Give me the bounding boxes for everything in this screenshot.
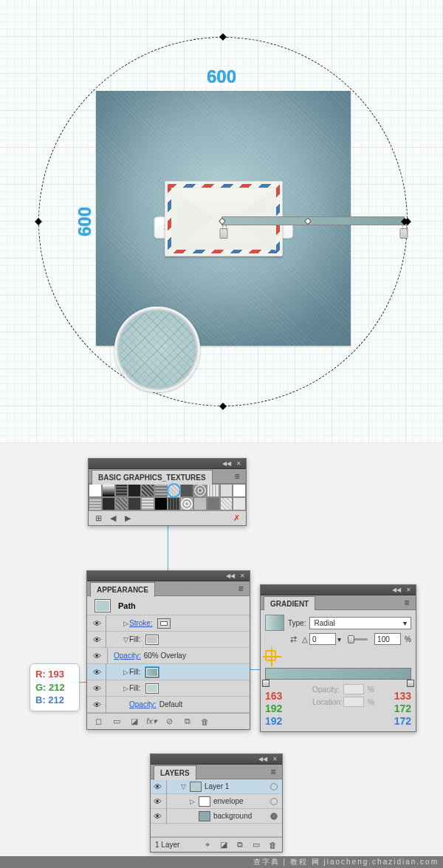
stroke-swatch[interactable]: [157, 618, 171, 629]
make-clip-icon[interactable]: ◪: [219, 840, 229, 850]
stroke-row[interactable]: 👁 . ▷ Stroke:: [87, 615, 250, 632]
swatch[interactable]: [89, 484, 102, 497]
panel-tabstrip[interactable]: ◀◀ ✕: [89, 459, 246, 469]
swatch[interactable]: [154, 484, 168, 497]
panel-title[interactable]: GRADIENT: [264, 596, 315, 611]
clear-icon[interactable]: ⊘: [164, 717, 175, 726]
swatch[interactable]: [180, 497, 193, 510]
target-icon-active[interactable]: [270, 813, 278, 820]
trash-icon[interactable]: 🗑: [199, 717, 210, 726]
panel-tabstrip[interactable]: ◀◀ ✕: [151, 754, 282, 765]
layer-name[interactable]: background: [213, 812, 252, 820]
collapse-icon[interactable]: ◀◀: [222, 461, 230, 466]
next-icon[interactable]: ▶: [123, 513, 133, 523]
layer-row[interactable]: 👁 ▷ envelope: [151, 794, 282, 809]
gradient-ramp[interactable]: [265, 668, 411, 680]
new-sublayer-icon[interactable]: ⧉: [235, 840, 245, 850]
swatch[interactable]: [233, 484, 246, 497]
stroke-label[interactable]: Stroke:: [129, 619, 153, 627]
gradient-stop[interactable]: [262, 680, 269, 687]
fill-swatch-gradient[interactable]: [145, 667, 159, 677]
visibility-icon[interactable]: 👁: [90, 635, 103, 644]
fill-row-selected[interactable]: 👁 . ▷ Fill:: [87, 664, 250, 680]
visibility-icon[interactable]: 👁: [90, 668, 103, 677]
panel-title[interactable]: APPEARANCE: [90, 582, 155, 597]
visibility-icon[interactable]: 👁: [90, 619, 103, 628]
gradient-panel[interactable]: ◀◀ ✕ GRADIENT ≡ Type: Radial ▾ ⇄ △ 0: [260, 584, 416, 732]
swatch[interactable]: [180, 484, 193, 497]
panel-title[interactable]: LAYERS: [154, 765, 196, 780]
origin-icon[interactable]: [265, 650, 276, 661]
swatch[interactable]: [89, 497, 102, 510]
layers-panel[interactable]: ◀◀ ✕ LAYERS ≡ 👁 ▽ Layer 1 👁 ▷ envelope 👁: [150, 753, 283, 852]
collapse-icon[interactable]: ◀◀: [258, 756, 267, 762]
expand-icon[interactable]: ▷: [122, 669, 129, 676]
locate-icon[interactable]: ⌖: [202, 840, 213, 850]
angle-field[interactable]: △ 0 ▾: [302, 633, 341, 645]
panel-tabstrip[interactable]: ◀◀ ✕: [261, 585, 416, 595]
chevron-down-icon[interactable]: ▾: [337, 635, 341, 643]
close-icon[interactable]: ✕: [405, 587, 413, 592]
collapse-icon[interactable]: ▽: [122, 636, 129, 643]
grid-icon[interactable]: ⊞: [93, 513, 103, 523]
new-art-icon[interactable]: ◻: [93, 717, 104, 726]
expand-icon[interactable]: ▷: [122, 685, 129, 692]
gradient-preview[interactable]: [265, 615, 284, 631]
slider-knob[interactable]: [348, 635, 354, 643]
swatch[interactable]: [141, 484, 154, 497]
gradient-mid-handle[interactable]: [304, 218, 312, 225]
fill-swatch[interactable]: [145, 635, 159, 645]
swatch-grid[interactable]: [89, 484, 246, 510]
visibility-icon[interactable]: 👁: [90, 652, 103, 660]
layer-name[interactable]: envelope: [213, 797, 244, 805]
layer-name[interactable]: Layer 1: [205, 782, 229, 790]
aspect-slider[interactable]: [348, 638, 368, 640]
swatch[interactable]: [102, 497, 115, 510]
swatch[interactable]: [220, 484, 233, 497]
fill-row[interactable]: 👁 . ▽ Fill:: [87, 632, 250, 648]
swatch[interactable]: [115, 497, 128, 510]
opacity-row[interactable]: 👁 . Opacity: Default: [87, 697, 250, 713]
panel-title[interactable]: BASIC GRAPHICS_TEXTURES: [92, 470, 213, 485]
swatch-selected[interactable]: [168, 484, 181, 497]
delete-icon[interactable]: ✗: [231, 513, 241, 523]
swatches-panel[interactable]: ◀◀ ✕ BASIC GRAPHICS_TEXTURES ≡: [88, 458, 247, 526]
fill-swatch[interactable]: [145, 683, 159, 694]
layer-row[interactable]: 👁 ▷ background: [151, 809, 282, 824]
gradient-stop[interactable]: [407, 680, 414, 687]
panel-header[interactable]: GRADIENT ≡: [261, 595, 416, 610]
close-icon[interactable]: ✕: [235, 461, 243, 466]
trash-icon[interactable]: 🗑: [267, 840, 278, 850]
swatch[interactable]: [102, 484, 115, 497]
appearance-panel[interactable]: ◀◀ ✕ APPEARANCE ≡ Path 👁 . ▷ Stroke: 👁 .…: [86, 570, 250, 730]
target-icon[interactable]: [270, 798, 278, 805]
close-icon[interactable]: ✕: [238, 573, 247, 578]
close-icon[interactable]: ✕: [271, 756, 279, 762]
reverse-icon[interactable]: ⇄: [288, 634, 298, 644]
opacity-label[interactable]: Opacity:: [114, 652, 141, 660]
collapse-icon[interactable]: ▽: [179, 783, 187, 790]
add-fill-icon[interactable]: ◪: [128, 717, 140, 726]
swatch[interactable]: [193, 484, 207, 497]
visibility-icon[interactable]: 👁: [151, 812, 164, 821]
visibility-icon[interactable]: 👁: [151, 797, 164, 806]
panel-menu-icon[interactable]: ≡: [267, 768, 279, 776]
visibility-icon[interactable]: 👁: [151, 782, 164, 791]
panel-menu-icon[interactable]: ≡: [401, 598, 413, 607]
opacity-label[interactable]: Opacity:: [129, 700, 157, 708]
panel-menu-icon[interactable]: ≡: [231, 472, 243, 481]
gradient-annotator[interactable]: [222, 216, 405, 225]
swatch[interactable]: [168, 497, 181, 510]
collapse-icon[interactable]: ◀◀: [392, 587, 400, 592]
opacity-subrow[interactable]: 👁 Opacity: 60% Overlay: [87, 648, 250, 664]
expand-icon[interactable]: ▷: [188, 798, 196, 805]
panel-menu-icon[interactable]: ≡: [235, 584, 247, 593]
swatch[interactable]: [128, 484, 141, 497]
panel-header[interactable]: LAYERS ≡: [151, 765, 282, 779]
visibility-icon[interactable]: 👁: [90, 684, 103, 693]
add-stroke-icon[interactable]: ▭: [111, 717, 122, 726]
swatch[interactable]: [115, 484, 128, 497]
swatch[interactable]: [154, 497, 168, 510]
layer-row[interactable]: 👁 ▽ Layer 1: [151, 779, 282, 794]
effects-icon[interactable]: fx▾: [146, 717, 157, 726]
